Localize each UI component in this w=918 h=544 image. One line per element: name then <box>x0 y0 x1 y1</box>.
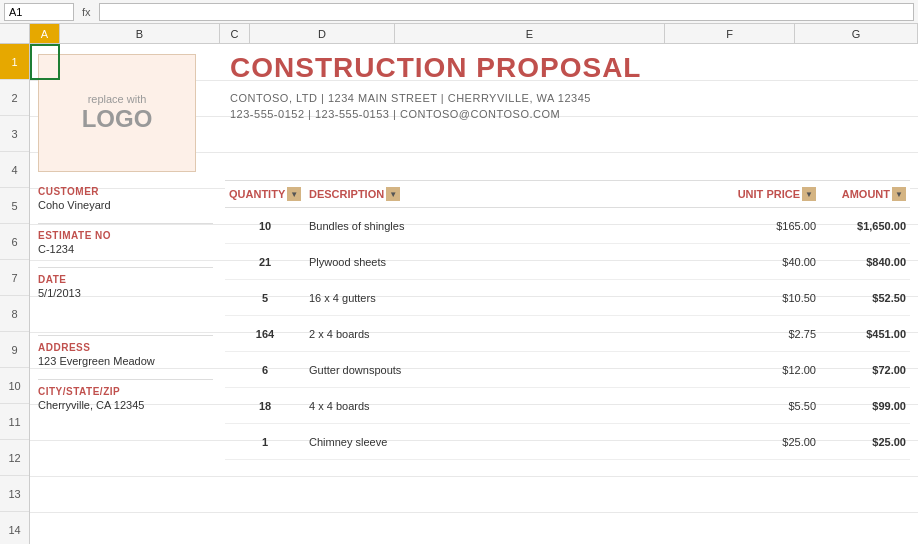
col-header-D[interactable]: D <box>250 24 395 43</box>
row-num-5[interactable]: 5 <box>0 188 29 224</box>
formula-icon: fx <box>78 6 95 18</box>
td-price-7: $25.00 <box>720 436 820 448</box>
th-quantity: QUANTITY ▼ <box>225 181 305 207</box>
row-num-14[interactable]: 14 <box>0 512 29 544</box>
td-qty-2: 21 <box>225 256 305 268</box>
date-value: 5/1/2013 <box>38 287 213 299</box>
th-unit-price: UNIT PRICE ▼ <box>720 181 820 207</box>
amount-dropdown-btn[interactable]: ▼ <box>892 187 906 201</box>
td-amount-6: $99.00 <box>820 400 910 412</box>
td-amount-7: $25.00 <box>820 436 910 448</box>
city-value: Cherryville, CA 12345 <box>38 399 213 411</box>
table-row: 164 2 x 4 boards $2.75 $451.00 <box>225 316 910 352</box>
td-qty-5: 6 <box>225 364 305 376</box>
td-qty-7: 1 <box>225 436 305 448</box>
row-num-3[interactable]: 3 <box>0 116 29 152</box>
col-header-B[interactable]: B <box>60 24 220 43</box>
td-price-1: $165.00 <box>720 220 820 232</box>
date-label: DATE <box>38 267 213 285</box>
table-row: 1 Chimney sleeve $25.00 $25.00 <box>225 424 910 460</box>
column-headers: A B C D E F G <box>0 24 918 44</box>
spreadsheet-area: 1 2 3 4 5 6 7 8 9 10 11 12 13 14 15 <box>0 44 918 544</box>
td-desc-6: 4 x 4 boards <box>305 400 720 412</box>
row-col-corner <box>0 24 30 43</box>
quantity-dropdown-btn[interactable]: ▼ <box>287 187 301 201</box>
td-desc-2: Plywood sheets <box>305 256 720 268</box>
col-header-C[interactable]: C <box>220 24 250 43</box>
row-num-11[interactable]: 11 <box>0 404 29 440</box>
logo-replace-text: replace with <box>88 93 147 105</box>
td-qty-6: 18 <box>225 400 305 412</box>
td-desc-1: Bundles of shingles <box>305 220 720 232</box>
td-price-5: $12.00 <box>720 364 820 376</box>
proposal-table: QUANTITY ▼ DESCRIPTION ▼ UNIT PRICE ▼ AM… <box>225 180 910 460</box>
col-header-A[interactable]: A <box>30 24 60 43</box>
td-price-4: $2.75 <box>720 328 820 340</box>
table-row: 10 Bundles of shingles $165.00 $1,650.00 <box>225 208 910 244</box>
logo-placeholder: replace with LOGO <box>38 54 196 172</box>
td-desc-5: Gutter downspouts <box>305 364 720 376</box>
col-header-E[interactable]: E <box>395 24 665 43</box>
proposal-title: CONSTRUCTION PROPOSAL <box>230 52 898 84</box>
td-price-6: $5.50 <box>720 400 820 412</box>
company-name: CONTOSO, LTD | 1234 MAIN STREET | CHERRY… <box>230 92 898 104</box>
address-label: ADDRESS <box>38 335 213 353</box>
table-row: 21 Plywood sheets $40.00 $840.00 <box>225 244 910 280</box>
row-num-10[interactable]: 10 <box>0 368 29 404</box>
name-box[interactable]: A1 <box>4 3 74 21</box>
row-num-9[interactable]: 9 <box>0 332 29 368</box>
th-description: DESCRIPTION ▼ <box>305 181 720 207</box>
estimate-label: ESTIMATE NO <box>38 223 213 241</box>
row-num-8[interactable]: 8 <box>0 296 29 332</box>
content-area: replace with LOGO CONSTRUCTION PROPOSAL … <box>30 44 918 544</box>
row-num-2[interactable]: 2 <box>0 80 29 116</box>
formula-input[interactable] <box>99 3 914 21</box>
row-num-12[interactable]: 12 <box>0 440 29 476</box>
td-amount-4: $451.00 <box>820 328 910 340</box>
td-price-3: $10.50 <box>720 292 820 304</box>
customer-value: Coho Vineyard <box>38 199 213 211</box>
table-row: 18 4 x 4 boards $5.50 $99.00 <box>225 388 910 424</box>
td-desc-7: Chimney sleeve <box>305 436 720 448</box>
company-contact: 123-555-0152 | 123-555-0153 | CONTOSO@CO… <box>230 108 898 120</box>
row-num-4[interactable]: 4 <box>0 152 29 188</box>
estimate-value: C-1234 <box>38 243 213 255</box>
row-num-7[interactable]: 7 <box>0 260 29 296</box>
td-qty-4: 164 <box>225 328 305 340</box>
table-row: 5 16 x 4 gutters $10.50 $52.50 <box>225 280 910 316</box>
th-amount: AMOUNT ▼ <box>820 181 910 207</box>
row-num-1[interactable]: 1 <box>0 44 29 80</box>
td-qty-3: 5 <box>225 292 305 304</box>
formula-bar: A1 fx <box>0 0 918 24</box>
td-amount-3: $52.50 <box>820 292 910 304</box>
proposal-header: CONSTRUCTION PROPOSAL CONTOSO, LTD | 123… <box>230 52 898 120</box>
td-amount-5: $72.00 <box>820 364 910 376</box>
logo-text: LOGO <box>82 105 153 133</box>
table-header: QUANTITY ▼ DESCRIPTION ▼ UNIT PRICE ▼ AM… <box>225 180 910 208</box>
td-amount-1: $1,650.00 <box>820 220 910 232</box>
table-row: 6 Gutter downspouts $12.00 $72.00 <box>225 352 910 388</box>
td-qty-1: 10 <box>225 220 305 232</box>
td-price-2: $40.00 <box>720 256 820 268</box>
td-desc-4: 2 x 4 boards <box>305 328 720 340</box>
td-desc-3: 16 x 4 gutters <box>305 292 720 304</box>
row-numbers: 1 2 3 4 5 6 7 8 9 10 11 12 13 14 15 <box>0 44 30 544</box>
col-header-G[interactable]: G <box>795 24 918 43</box>
address-value: 123 Evergreen Meadow <box>38 355 213 367</box>
unit-price-dropdown-btn[interactable]: ▼ <box>802 187 816 201</box>
col-header-F[interactable]: F <box>665 24 795 43</box>
city-label: CITY/STATE/ZIP <box>38 379 213 397</box>
description-dropdown-btn[interactable]: ▼ <box>386 187 400 201</box>
td-amount-2: $840.00 <box>820 256 910 268</box>
row-num-6[interactable]: 6 <box>0 224 29 260</box>
row-num-13[interactable]: 13 <box>0 476 29 512</box>
customer-label: CUSTOMER <box>38 180 213 197</box>
left-info-panel: CUSTOMER Coho Vineyard ESTIMATE NO C-123… <box>38 180 213 411</box>
